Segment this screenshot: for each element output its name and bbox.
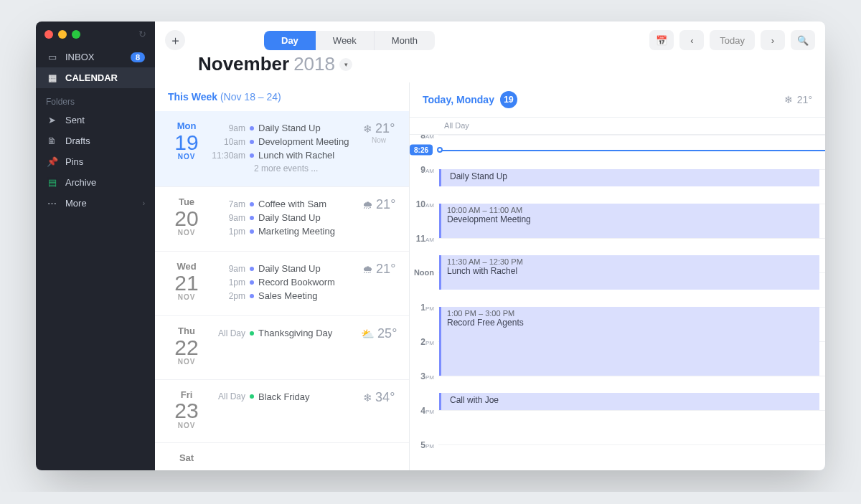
sidebar-item-inbox[interactable]: ▭ INBOX 8 (36, 47, 155, 67)
day-date: Mon19NOV (171, 121, 202, 173)
agenda-days-list[interactable]: Mon19NOV9amDaily Stand Up10amDevelopment… (155, 111, 409, 470)
day-date: Sat (171, 453, 202, 463)
day-weather: ❄ 21°Now (360, 121, 397, 173)
sidebar-item-label: CALENDAR (65, 72, 118, 83)
calendar-event[interactable]: 10:00 AM – 11:00 AMDevelopment Meeting (439, 204, 819, 238)
view-week-tab[interactable]: Week (316, 31, 375, 50)
agenda-event[interactable]: 9amDaily Stand Up (211, 121, 352, 135)
day-weather: 🌧 21° (360, 197, 397, 238)
temperature: 21° (797, 94, 812, 105)
sidebar-item-label: Drafts (65, 135, 90, 146)
today-dow: Monday (456, 94, 494, 105)
sidebar-item-label: Sent (65, 115, 85, 125)
calendar-event[interactable]: 11:30 AM – 12:30 PMLunch with Rachel (439, 255, 819, 290)
agenda-day[interactable]: Tue20NOV7amCoffee with Sam9amDaily Stand… (155, 187, 409, 252)
hour-label: 4PM (410, 406, 434, 416)
sidebar-item-archive[interactable]: ▤ Archive (36, 172, 155, 193)
today-date-badge: 19 (500, 91, 517, 108)
timeline[interactable]: 8AM9AM10AM11AMNoon1PM2PM3PM4PM5PM8:26Dai… (410, 135, 825, 470)
next-button[interactable]: › (761, 30, 785, 50)
sidebar-item-more[interactable]: ⋯ More › (36, 193, 155, 214)
agenda-event[interactable]: All DayBlack Friday (211, 390, 352, 404)
prev-button[interactable]: ‹ (679, 30, 704, 50)
agenda-event[interactable]: 9amDaily Stand Up (211, 262, 352, 275)
day-weather: ❄ 21° (784, 94, 812, 105)
day-date: Tue20NOV (171, 197, 202, 238)
agenda-event[interactable]: All DayThanksgiving Day (211, 326, 352, 340)
page-title: November 2018 ▾ (155, 50, 825, 82)
sidebar-item-label: INBOX (65, 52, 94, 62)
day-date: Thu22NOV (171, 326, 202, 366)
agenda-day[interactable]: Fri23NOVAll DayBlack Friday❄ 34° (155, 380, 409, 444)
view-month-tab[interactable]: Month (375, 31, 435, 50)
agenda-event[interactable]: 2pmSales Meeting (211, 289, 352, 303)
chevron-right-icon: › (771, 35, 774, 46)
current-time-badge: 8:26 (410, 145, 433, 156)
calendar-event[interactable]: Call with Joe (439, 393, 819, 410)
day-weather: ❄ 34° (360, 390, 397, 430)
agenda-event[interactable]: 9amDaily Stand Up (211, 211, 352, 224)
agenda-event[interactable]: 7amCoffee with Sam (211, 197, 352, 211)
calendar-event[interactable]: Daily Stand Up (439, 169, 819, 186)
week-range: (Nov 18 – 24) (220, 91, 281, 103)
agenda-event[interactable]: 1pmMarketing Meeting (211, 224, 352, 238)
pins-icon: 📌 (46, 156, 58, 167)
title-year: 2018 (293, 53, 335, 75)
event-title: Marketing Meeting (258, 226, 335, 237)
event-title: Black Friday (258, 391, 310, 402)
hour-row[interactable] (438, 135, 825, 169)
more-events-link[interactable]: 2 more events ... (211, 162, 352, 173)
title-month: November (198, 53, 289, 75)
snowflake-icon: ❄ (784, 94, 793, 105)
today-button[interactable]: Today (710, 30, 755, 50)
archive-icon: ▤ (46, 177, 58, 188)
hour-label: 10AM (410, 199, 434, 209)
agenda-day[interactable]: Mon19NOV9amDaily Stand Up10amDevelopment… (155, 111, 409, 187)
calendar-event[interactable]: 1:00 PM – 3:00 PMRecord Free Agents (439, 307, 819, 376)
agenda-event[interactable]: 10amDevelopment Meeting (211, 135, 352, 148)
hour-label: 8AM (410, 135, 434, 141)
minimize-window-button[interactable] (58, 30, 67, 39)
hour-row[interactable] (438, 410, 825, 444)
event-title: Daily Stand Up (258, 263, 321, 274)
event-title: Record Bookworm (258, 277, 335, 287)
search-button[interactable]: 🔍 (791, 30, 815, 50)
agenda-event[interactable]: 1pmRecord Bookworm (211, 275, 352, 289)
event-title: Coffee with Sam (258, 199, 326, 209)
current-time-line (439, 150, 825, 151)
sidebar-item-sent[interactable]: ➤ Sent (36, 110, 155, 130)
add-event-button[interactable]: ＋ (165, 30, 185, 50)
day-events: 9amDaily Stand Up10amDevelopment Meeting… (211, 121, 352, 173)
event-title: Lunch with Rachel (258, 150, 334, 161)
title-dropdown-button[interactable]: ▾ (339, 58, 352, 71)
date-picker-button[interactable]: 📅 (649, 30, 674, 50)
close-window-button[interactable] (44, 30, 53, 39)
search-icon: 🔍 (797, 35, 809, 46)
inbox-badge: 8 (131, 52, 145, 62)
sidebar-item-drafts[interactable]: 🗎 Drafts (36, 130, 155, 151)
agenda-panel: This Week (Nov 18 – 24) Mon19NOV9amDaily… (155, 82, 410, 470)
sidebar-item-calendar[interactable]: ▦ CALENDAR (36, 67, 155, 88)
view-day-tab[interactable]: Day (264, 31, 316, 50)
hour-label: 9AM (410, 165, 434, 175)
day-weather: 🌧 21° (360, 262, 397, 303)
day-events: All DayThanksgiving Day (211, 326, 352, 366)
maximize-window-button[interactable] (72, 30, 80, 39)
sync-icon[interactable]: ↻ (138, 29, 146, 39)
agenda-day[interactable]: Wed21NOV9amDaily Stand Up1pmRecord Bookw… (155, 252, 409, 316)
sidebar: ↻ ▭ INBOX 8 ▦ CALENDAR Folders ➤ Sent 🗎 … (36, 22, 155, 470)
hour-row[interactable] (438, 444, 825, 470)
hour-label: 3PM (410, 371, 434, 381)
day-events: All DayBlack Friday (211, 390, 352, 430)
agenda-day[interactable]: Thu22NOVAll DayThanksgiving Day⛅ 25° (155, 316, 409, 380)
all-day-row[interactable]: All Day (410, 117, 825, 135)
inbox-icon: ▭ (46, 52, 58, 62)
sidebar-item-pins[interactable]: 📌 Pins (36, 151, 155, 172)
agenda-event[interactable]: 11:30amLunch with Rachel (211, 148, 352, 162)
event-title: Sales Meeting (258, 290, 317, 301)
day-events (211, 453, 397, 463)
agenda-day[interactable]: Sat (155, 443, 409, 470)
hour-label: 11AM (410, 234, 434, 244)
drafts-icon: 🗎 (46, 135, 58, 146)
day-date: Fri23NOV (171, 390, 202, 430)
